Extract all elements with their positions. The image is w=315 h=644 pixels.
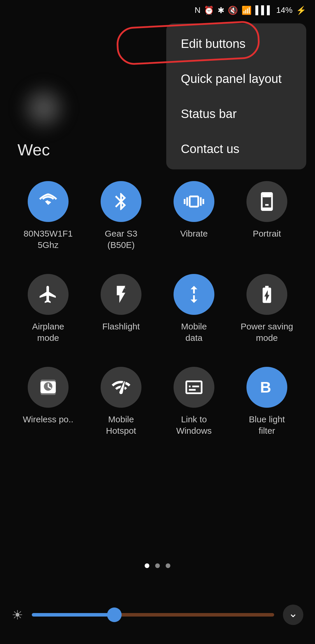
- vibrate-label: Vibrate: [180, 228, 208, 239]
- alarm-icon: ⏰: [204, 6, 214, 15]
- qs-portrait[interactable]: Portrait: [235, 181, 299, 251]
- svg-text:B: B: [260, 379, 271, 396]
- qs-wireless-power[interactable]: Wireless po..: [16, 367, 80, 436]
- power-saving-label: Power savingmode: [241, 321, 293, 343]
- qs-row-2: Airplanemode Flashlight Mobiledata: [12, 274, 303, 343]
- qs-blue-light[interactable]: B Blue lightfilter: [235, 367, 299, 436]
- wifi-svg: [38, 191, 58, 212]
- bluetooth-icon: ✱: [218, 6, 224, 15]
- flashlight-toggle-icon: [101, 274, 141, 315]
- mute-icon: 🔇: [228, 6, 238, 15]
- mobile-data-svg: [184, 284, 204, 305]
- portrait-svg: [257, 191, 277, 212]
- status-bar: N ⏰ ✱ 🔇 📶 ▌▌▌ 14% ⚡: [0, 0, 315, 20]
- flashlight-svg: [111, 284, 131, 305]
- qs-wifi[interactable]: 80N35W1F15Ghz: [16, 181, 80, 251]
- quick-settings-panel: 80N35W1F15Ghz Gear S3(B50E) Vibrate: [0, 181, 315, 460]
- link-windows-label: Link toWindows: [176, 414, 212, 436]
- dot-3: [166, 563, 170, 568]
- vibrate-svg: [184, 191, 204, 212]
- brightness-slider[interactable]: [32, 613, 274, 617]
- qs-hotspot[interactable]: MobileHotspot: [89, 367, 153, 436]
- bluetooth-svg: [111, 191, 131, 212]
- wifi-icon: 📶: [242, 6, 252, 15]
- hotspot-label: MobileHotspot: [106, 414, 136, 436]
- portrait-label: Portrait: [253, 228, 281, 239]
- context-menu: Edit buttons Quick panel layout Status b…: [166, 23, 306, 169]
- wireless-power-toggle-icon: [28, 367, 69, 408]
- airplane-toggle-icon: [28, 274, 69, 315]
- qs-bluetooth[interactable]: Gear S3(B50E): [89, 181, 153, 251]
- blue-light-svg: B: [257, 377, 277, 397]
- wireless-power-label: Wireless po..: [23, 414, 73, 425]
- airplane-label: Airplanemode: [32, 321, 64, 343]
- portrait-toggle-icon: [246, 181, 287, 222]
- nfc-icon: N: [195, 6, 200, 15]
- menu-item-quick-panel[interactable]: Quick panel layout: [166, 61, 306, 96]
- qs-power-saving[interactable]: Power savingmode: [235, 274, 299, 343]
- link-windows-svg: [184, 377, 204, 397]
- qs-link-windows[interactable]: Link toWindows: [162, 367, 226, 436]
- airplane-svg: [38, 284, 58, 305]
- blue-light-toggle-icon: B: [246, 367, 287, 408]
- bg-decoration: [18, 82, 70, 134]
- brightness-thumb[interactable]: [107, 607, 122, 622]
- collapse-button[interactable]: [283, 605, 303, 625]
- wifi-label: 80N35W1F15Ghz: [24, 228, 73, 251]
- bluetooth-label: Gear S3(B50E): [105, 228, 137, 251]
- qs-airplane[interactable]: Airplanemode: [16, 274, 80, 343]
- power-saving-toggle-icon: [246, 274, 287, 315]
- qs-row-1: 80N35W1F15Ghz Gear S3(B50E) Vibrate: [12, 181, 303, 251]
- menu-item-status-bar[interactable]: Status bar: [166, 96, 306, 131]
- qs-row-3: Wireless po.. MobileHotspot Link toWindo…: [12, 367, 303, 436]
- dot-1: [145, 563, 149, 568]
- wifi-toggle-icon: [28, 181, 69, 222]
- battery-text: 14%: [276, 6, 293, 15]
- charging-icon: ⚡: [296, 6, 306, 15]
- status-icons: N ⏰ ✱ 🔇 📶 ▌▌▌ 14% ⚡: [195, 6, 306, 15]
- flashlight-label: Flashlight: [102, 321, 140, 332]
- bottom-bar: ☀: [0, 586, 315, 644]
- qs-mobile-data[interactable]: Mobiledata: [162, 274, 226, 343]
- blue-light-label: Blue lightfilter: [249, 414, 285, 436]
- qs-flashlight[interactable]: Flashlight: [89, 274, 153, 343]
- signal-icon: ▌▌▌: [255, 6, 273, 15]
- pagination-dots: [0, 563, 315, 568]
- qs-vibrate[interactable]: Vibrate: [162, 181, 226, 251]
- dot-2: [155, 563, 160, 568]
- wireless-power-svg: [38, 377, 58, 397]
- power-saving-svg: [257, 284, 277, 305]
- hotspot-svg: [111, 377, 131, 397]
- brightness-icon: ☀: [12, 607, 23, 622]
- hotspot-toggle-icon: [101, 367, 141, 408]
- mobile-data-toggle-icon: [174, 274, 214, 315]
- date-text: Wec: [18, 140, 50, 159]
- mobile-data-label: Mobiledata: [181, 321, 207, 343]
- bluetooth-toggle-icon: [101, 181, 141, 222]
- menu-item-contact-us[interactable]: Contact us: [166, 131, 306, 166]
- vibrate-toggle-icon: [174, 181, 214, 222]
- link-windows-toggle-icon: [174, 367, 214, 408]
- menu-item-edit-buttons[interactable]: Edit buttons: [166, 26, 306, 61]
